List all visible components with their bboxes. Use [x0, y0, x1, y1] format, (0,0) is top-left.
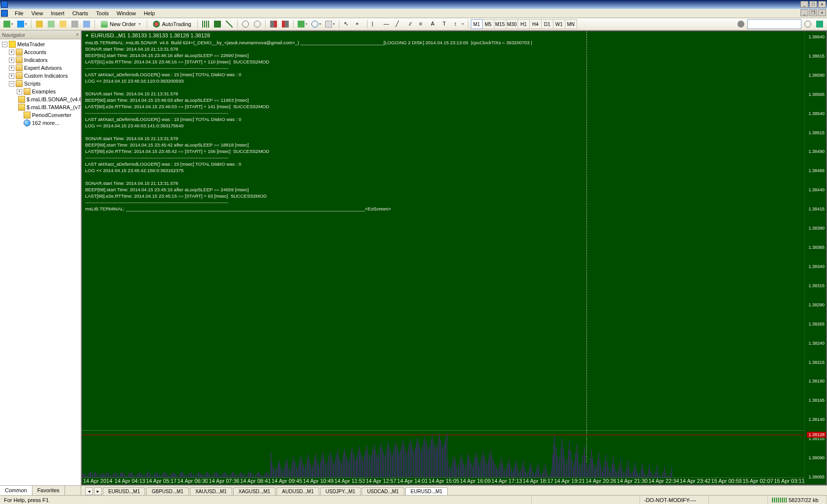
search-select[interactable] [747, 19, 801, 29]
xtick: 14 Apr 11:53 [334, 478, 365, 484]
tree-experts[interactable]: +Expert Advisors [0, 64, 81, 72]
chart-tab[interactable]: EURUSD..,M1 [103, 487, 145, 495]
mdi-icon [1, 10, 8, 17]
bar-chart-button[interactable] [200, 19, 211, 29]
menu-window[interactable]: Window [113, 9, 140, 17]
maximize-button[interactable]: □ [809, 1, 817, 8]
nav-tab-favorites[interactable]: Favorites [32, 486, 65, 495]
chart-container: ▼ EURUSD..,M1 1.38133 1.38133 1.38128 1.… [81, 30, 827, 495]
tree-script-periodconverter[interactable]: PeriodConverter [0, 111, 81, 119]
menu-tools[interactable]: Tools [92, 9, 113, 17]
timeframe-m5[interactable]: M5 [483, 19, 494, 29]
tree-script-tamara[interactable]: $.msLIB.TAMARA_(v7.22 [0, 103, 81, 111]
text-button[interactable]: A [429, 19, 440, 29]
profiles-icon [17, 21, 24, 28]
terminal-button[interactable] [69, 19, 80, 29]
chart-tab[interactable]: USDCAD..,M1 [362, 487, 404, 495]
zoom-in-button[interactable] [240, 19, 251, 29]
mdi-minimize-button[interactable]: _ [800, 9, 808, 16]
timeframe-mn[interactable]: MN [565, 19, 577, 29]
profiles-button[interactable]: ▾ [16, 19, 29, 29]
ytick: 1.38140 [808, 417, 825, 422]
vline-button[interactable]: | [370, 19, 381, 29]
menu-insert[interactable]: Insert [47, 9, 68, 17]
strategy-tester-button[interactable] [81, 19, 92, 29]
menu-view[interactable]: View [28, 9, 47, 17]
chart-tab[interactable]: XAUUSD..,M1 [190, 487, 232, 495]
timeframe-m30[interactable]: M30 [506, 19, 518, 29]
chart-title-text: EURUSD..,M1 1.38133 1.38133 1.38128 1.38… [91, 32, 210, 38]
tree-more[interactable]: 162 more... [0, 119, 81, 127]
text-label-button[interactable]: T [441, 19, 452, 29]
settings-button[interactable] [735, 19, 746, 29]
autoscroll-button[interactable] [268, 19, 279, 29]
timeframe-m1[interactable]: M1 [471, 19, 483, 29]
search-button[interactable] [802, 19, 813, 29]
chart-tab[interactable]: AUDUSD..,M1 [276, 487, 319, 495]
zoom-out-button[interactable] [252, 19, 263, 29]
autotrading-button[interactable]: AutoTrading [150, 19, 195, 29]
tree-accounts[interactable]: +Accounts [0, 48, 81, 56]
tree-examples[interactable]: +Examples [0, 88, 81, 95]
menu-file[interactable]: File [11, 9, 28, 17]
chevron-down-icon[interactable]: ▼ [85, 33, 89, 38]
xtick: 15 Apr 00:59 [710, 478, 742, 484]
chart-canvas[interactable]: ▼ EURUSD..,M1 1.38133 1.38133 1.38128 1.… [82, 31, 804, 484]
line-chart-button[interactable] [224, 19, 235, 29]
mdi-restore-button[interactable]: ❐ [809, 9, 817, 16]
ytick: 1.38065 [808, 474, 825, 479]
hline-button[interactable]: — [382, 19, 393, 29]
arrows-button[interactable]: ↕▾ [453, 19, 465, 29]
tree-root[interactable]: −MetaTrader [0, 40, 81, 48]
terminal-icon [71, 21, 78, 28]
status-help: For Help, press F1 [0, 496, 532, 504]
navigator-header: Navigator × [0, 30, 81, 39]
autotrading-label: AutoTrading [162, 21, 191, 27]
ytick: 1.38440 [808, 187, 825, 192]
equidistant-button[interactable]: ⫽ [405, 19, 416, 29]
chart-tab[interactable]: USDJPY..,M1 [320, 487, 361, 495]
close-button[interactable]: × [818, 1, 826, 8]
cursor-button[interactable]: ↖ [342, 19, 353, 29]
connection-bars-icon [772, 498, 787, 503]
templates-button[interactable]: ▾ [324, 19, 337, 29]
navigator-button[interactable] [58, 19, 68, 29]
chart-shift-button[interactable] [280, 19, 291, 29]
market-watch-button[interactable] [34, 19, 45, 29]
xtick: 14 Apr 21:30 [616, 478, 647, 484]
chart-tab[interactable]: EURUSD..,M1 [405, 487, 448, 495]
menu-charts[interactable]: Charts [68, 9, 92, 17]
new-chart-button[interactable]: ▾ [2, 19, 15, 29]
fibo-button[interactable]: ≡ [417, 19, 428, 29]
timeframe-h1[interactable]: H1 [518, 19, 530, 29]
menu-help[interactable]: Help [140, 9, 159, 17]
timeframe-d1[interactable]: D1 [542, 19, 553, 29]
go-icon [816, 21, 823, 28]
tree-scripts[interactable]: −Scripts [0, 80, 81, 88]
timeframe-h4[interactable]: H4 [530, 19, 542, 29]
nav-tab-common[interactable]: Common [0, 486, 32, 495]
status-blank1 [532, 496, 640, 504]
tree-script-sonar[interactable]: $.msLIB.SONAR_(v4.6)_M [0, 95, 81, 103]
navigator-close-button[interactable]: × [76, 32, 79, 37]
chart-tab[interactable]: GBPUSD..,M1 [146, 487, 188, 495]
mdi-close-button[interactable]: × [818, 9, 826, 16]
crosshair-button[interactable]: + [354, 19, 365, 29]
search-go-button[interactable] [814, 19, 825, 29]
tabs-scroll-right[interactable]: ► [94, 487, 102, 495]
candle-chart-button[interactable] [212, 19, 223, 29]
tree-indicators[interactable]: +Indicators [0, 56, 81, 64]
chart-tab[interactable]: XAGUSD..,M1 [233, 487, 276, 495]
new-order-button[interactable]: New Order▾ [97, 19, 144, 29]
arrows-icon: ↕ [454, 21, 461, 28]
indicators-button[interactable]: ▾ [296, 19, 309, 29]
timeframe-w1[interactable]: W1 [553, 19, 565, 29]
timeframe-m15[interactable]: M15 [494, 19, 506, 29]
tree-custom-indicators[interactable]: +Custom Indicators [0, 72, 81, 80]
data-window-button[interactable] [46, 19, 57, 29]
plus-icon [3, 21, 10, 28]
minimize-button[interactable]: _ [800, 1, 808, 8]
trendline-button[interactable]: ╱ [394, 19, 404, 29]
tabs-scroll-left[interactable]: ◄ [85, 487, 93, 495]
periods-button[interactable]: ▾ [310, 19, 323, 29]
